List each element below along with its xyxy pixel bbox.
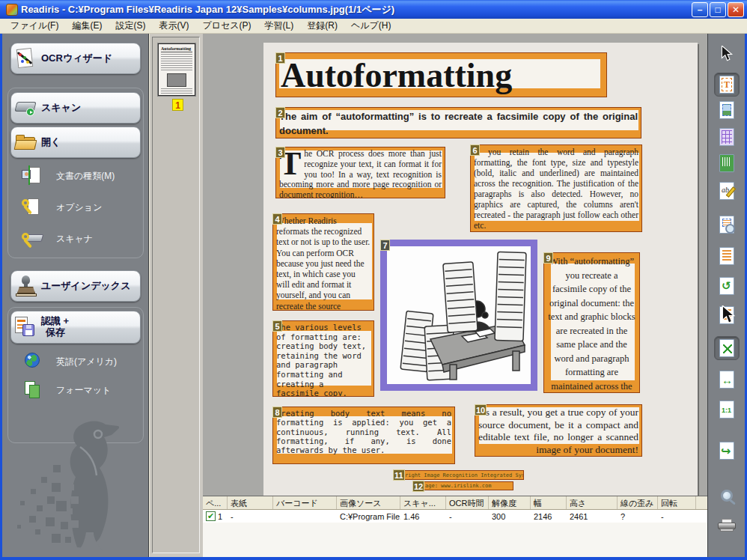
barcode-zone-icon [719,154,734,172]
select-tool-button[interactable] [714,42,740,66]
sidebar-item-scanner[interactable]: スキャナ [17,228,143,249]
window-border-left [0,34,2,560]
zone-7-number: 7 [380,240,390,251]
send-page-button[interactable] [714,439,740,463]
col-scan-time[interactable]: スキャ... [400,496,446,509]
ocr-zone-3[interactable]: The OCR process does more than just reco… [275,147,445,198]
col-width[interactable]: 幅 [531,496,567,509]
sidebar: OCRウィザード スキャン 開く 文書の種類(M) オプション [2,34,149,557]
window-title: Readiris - C:¥Program Files¥Readiris Jap… [21,3,692,16]
title-bar[interactable]: Readiris - C:¥Program Files¥Readiris Jap… [0,0,747,19]
ocr-zone-1-title[interactable]: Autoformatting 1 [275,52,607,97]
menu-help[interactable]: ヘルプ(H) [345,19,397,33]
actual-size-button[interactable] [714,398,740,421]
page-info-table: ペ... 表紙 バーコード 画像ソース スキャ... OCR時間 解像度 幅 高… [203,496,707,557]
sidebar-item-format[interactable]: フォーマット [17,380,143,401]
iris-falcon-logo [8,414,143,556]
page-analysis-icon [719,216,734,234]
maximize-button[interactable]: □ [710,2,726,17]
sidebar-item-options[interactable]: オプション [17,197,143,218]
ocr-zone-6[interactable]: If you retain the word and paragraph for… [470,144,642,232]
send-page-icon [719,442,734,460]
ocr-zone-5[interactable]: The various levels of formatting are: cr… [272,320,374,397]
fit-width-button[interactable] [714,368,740,392]
printer-icon [718,519,736,532]
scanner-settings-icon [17,227,47,251]
close-button[interactable]: ✕ [728,2,744,17]
cell-height: 2461 [567,512,618,521]
image-zone-button[interactable] [714,98,740,122]
zone-11-number: 11 [393,469,405,481]
page-analysis-button[interactable] [714,213,740,237]
col-height[interactable]: 高さ [567,496,618,509]
text-zones-doc-button[interactable] [714,244,740,268]
fit-page-button[interactable] [714,336,740,360]
menu-learn[interactable]: 学習(L) [259,19,300,33]
zone-10-number: 10 [475,404,487,416]
window-border-bottom [0,557,747,560]
col-image-source[interactable]: 画像ソース [337,496,400,509]
ocr-zone-12[interactable]: age: www.irislink.com 12 [423,481,513,490]
ocr-zone-4[interactable]: Whether Readiris reformats the recognize… [272,213,374,311]
col-cover[interactable]: 表紙 [228,496,273,509]
ocr-zone-8[interactable]: Creating body text means no formatting i… [272,407,455,464]
right-toolbar [707,34,745,557]
stamp-icon [11,274,41,298]
open-folder-icon [11,130,41,154]
sort-zones-button[interactable] [714,303,740,327]
zone-2-number: 2 [275,107,285,118]
ocr-wizard-button[interactable]: OCRウィザード [10,43,141,74]
document-view[interactable]: Autoformatting 1 The aim of “autoformatt… [203,34,707,496]
print-button[interactable] [714,514,740,538]
col-resolution[interactable]: 解像度 [489,496,531,509]
minimize-button[interactable]: – [692,2,708,17]
text-zone-button[interactable] [714,73,740,97]
zone-9-number: 9 [543,252,553,264]
sidebar-item-document-type[interactable]: 文書の種類(M) [17,165,143,186]
barcode-zone-button[interactable] [714,151,740,175]
col-barcode[interactable]: バーコード [273,496,337,509]
handwriting-icon [719,182,734,200]
menu-view[interactable]: 表示(V) [153,19,195,33]
wizard-icon [11,46,41,70]
menu-edit[interactable]: 編集(E) [66,19,108,33]
zone-3-number: 3 [275,147,285,158]
col-skew[interactable]: 線の歪み [618,496,658,509]
rotate-page-button[interactable] [714,274,740,298]
cell-ocr-time: - [446,512,489,521]
handwriting-zone-button[interactable] [714,179,740,203]
menu-process[interactable]: プロセス(P) [196,19,257,33]
cell-cover: - [228,512,273,521]
zone-1-number: 1 [275,52,285,64]
menu-file[interactable]: ファイル(F) [4,19,64,33]
ocr-zone-10[interactable]: As a result, you get a true copy of your… [475,404,642,457]
ocr-zone-11[interactable]: right Image Recognition Integrated Syste… [403,470,524,480]
ocr-zone-2[interactable]: The aim of “autoformatting” is to recrea… [275,107,641,139]
menu-settings[interactable]: 設定(S) [109,19,151,33]
page-thumbnail-1[interactable]: Autoformatting [158,43,195,96]
cell-skew: ? [618,512,658,521]
sidebar-item-language[interactable]: 英語(アメリカ) [17,351,143,372]
page-number-badge[interactable]: 1 [172,99,183,111]
scan-button[interactable]: スキャン [10,92,141,124]
ocr-zone-9[interactable]: With “autoformatting” you recreate a fac… [543,252,640,393]
recognize-save-button[interactable]: 認識 + 保存 [10,311,141,344]
page-checkbox[interactable]: ✔ [206,511,216,521]
user-index-button[interactable]: ユーザインデックス [10,270,141,302]
col-rotation[interactable]: 回転 [658,496,696,509]
zoom-tool-button[interactable] [714,484,740,508]
options-wrench-icon [17,195,47,219]
table-row-page-1[interactable]: ✔ 1 - C:¥Program File... 1.46 - 300 2146… [203,510,707,523]
fit-width-icon [719,371,734,389]
zone-12-number: 12 [412,481,424,492]
table-header-row: ペ... 表紙 バーコード 画像ソース スキャ... OCR時間 解像度 幅 高… [203,496,707,510]
menu-register[interactable]: 登録(R) [301,19,344,33]
cell-image-source: C:¥Program File... [337,512,400,521]
col-ocr-time[interactable]: OCR時間 [446,496,489,509]
open-button[interactable]: 開く [10,127,141,158]
table-zone-button[interactable] [714,125,740,149]
col-page[interactable]: ペ... [203,496,228,509]
image-zone-7[interactable]: 7 [380,240,537,391]
cell-scan-time: 1.46 [400,512,446,521]
cursor-arrow-icon [719,46,734,62]
